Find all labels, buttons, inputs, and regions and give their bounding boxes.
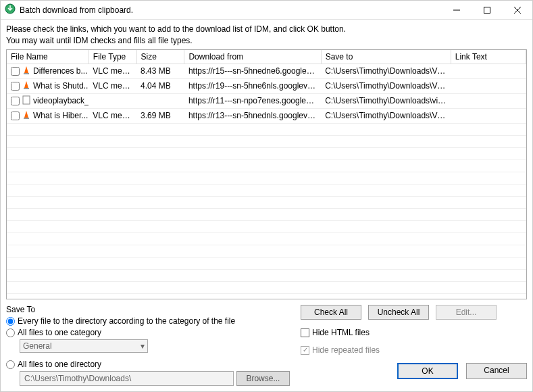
- table-row: [7, 123, 526, 135]
- col-header-save[interactable]: Save to: [321, 50, 451, 64]
- file-icon: [22, 95, 31, 107]
- row-checkbox[interactable]: [11, 67, 20, 76]
- cell-filename: What is Shutd...: [33, 81, 88, 91]
- radio-one-directory-label: All files to one directory: [18, 360, 101, 369]
- table-row: [7, 184, 526, 196]
- ok-button[interactable]: OK: [397, 363, 458, 379]
- cell-save-to: C:\Users\Timothy\Downloads\videop...: [321, 93, 451, 108]
- radio-one-category-label: All files to one category: [18, 328, 101, 337]
- maximize-button[interactable]: [472, 1, 502, 20]
- table-row: [7, 232, 526, 245]
- table-row: [7, 293, 526, 299]
- table-row: [7, 281, 526, 293]
- cell-link-text: [451, 108, 526, 123]
- cell-size: 3.69 MB: [136, 108, 184, 123]
- cell-download-from: https://r13---sn-5hnednls.googlevid...: [184, 108, 321, 123]
- svg-rect-9: [23, 96, 30, 104]
- browse-button[interactable]: Browse...: [236, 371, 290, 386]
- instruction-line-1: Please check the links, which you want t…: [6, 24, 527, 35]
- chevron-down-icon: ▾: [141, 341, 145, 351]
- radio-by-category-input[interactable]: [6, 317, 15, 326]
- table-row: [7, 257, 526, 269]
- cell-link-text: [451, 64, 526, 78]
- cell-filetype: VLC medi...: [88, 78, 136, 93]
- table-row: [7, 269, 526, 281]
- check-all-button[interactable]: Check All: [301, 305, 361, 320]
- instructions: Please check the links, which you want t…: [1, 20, 532, 49]
- table-row: [7, 220, 526, 232]
- col-header-name[interactable]: File Name: [7, 50, 88, 64]
- file-table[interactable]: File Name File Type Size Download from S…: [6, 49, 527, 299]
- cell-save-to: C:\Users\Timothy\Downloads\Video\...: [321, 64, 451, 78]
- cell-size: 8.43 MB: [136, 64, 184, 78]
- cell-save-to: C:\Users\Timothy\Downloads\Video\...: [321, 108, 451, 123]
- table-row: [7, 160, 526, 172]
- cancel-button[interactable]: Cancel: [466, 363, 527, 379]
- radio-one-category-input[interactable]: [6, 328, 15, 337]
- cell-size: 4.04 MB: [136, 78, 184, 93]
- save-to-label: Save To: [6, 305, 290, 314]
- close-button[interactable]: [502, 1, 532, 20]
- col-header-from[interactable]: Download from: [184, 50, 321, 64]
- hide-html-label: Hide HTML files: [312, 328, 370, 337]
- cell-download-from: https://r15---sn-5hnedne6.googlevi...: [184, 64, 321, 78]
- table-row: [7, 208, 526, 220]
- directory-path-input[interactable]: C:\Users\Timothy\Downloads\: [20, 371, 234, 386]
- table-header-row: File Name File Type Size Download from S…: [7, 50, 526, 64]
- table-row[interactable]: What is Shutd...VLC medi...4.04 MBhttps:…: [7, 78, 526, 93]
- cell-download-from: https://r11---sn-npo7enes.googlevi...: [184, 93, 321, 108]
- cell-link-text: [451, 78, 526, 93]
- svg-marker-7: [24, 81, 28, 88]
- bottom-panel: Save To Every file to the directory acco…: [1, 299, 532, 391]
- table-row[interactable]: Differences b...VLC medi...8.43 MBhttps:…: [7, 64, 526, 78]
- row-checkbox[interactable]: [11, 82, 20, 91]
- hide-html-row[interactable]: Hide HTML files: [301, 328, 527, 337]
- hide-html-checkbox[interactable]: [301, 328, 309, 337]
- hide-repeated-checkbox: ✓: [301, 346, 309, 355]
- table-row[interactable]: What is Hiber...VLC medi...3.69 MBhttps:…: [7, 108, 526, 123]
- cell-filename: videoplayback_3: [33, 96, 88, 105]
- row-checkbox[interactable]: [11, 97, 20, 105]
- file-icon: [22, 80, 31, 92]
- category-dropdown[interactable]: General ▾: [20, 339, 148, 353]
- col-header-type[interactable]: File Type: [88, 50, 136, 64]
- right-panel: Check All Uncheck All Edit... Hide HTML …: [301, 305, 527, 379]
- radio-one-directory[interactable]: All files to one directory: [6, 360, 290, 369]
- action-buttons: Check All Uncheck All Edit...: [301, 305, 527, 320]
- cell-filetype: [88, 93, 136, 108]
- file-icon: [22, 110, 31, 122]
- table-row: [7, 196, 526, 208]
- dialog-buttons: OK Cancel: [301, 363, 527, 379]
- svg-rect-2: [484, 7, 490, 13]
- svg-marker-10: [24, 111, 28, 118]
- window-title: Batch download from clipboard.: [20, 5, 441, 15]
- col-header-size[interactable]: Size: [136, 50, 184, 64]
- svg-marker-5: [24, 66, 28, 73]
- file-icon: [22, 66, 31, 77]
- app-icon: [5, 3, 16, 16]
- cell-filename: What is Hiber...: [33, 111, 88, 120]
- row-checkbox[interactable]: [11, 112, 20, 120]
- save-to-panel: Save To Every file to the directory acco…: [6, 305, 290, 386]
- svg-rect-11: [24, 118, 29, 119]
- cell-link-text: [451, 93, 526, 108]
- instruction-line-2: You may wait until IDM checks and fills …: [6, 35, 527, 47]
- titlebar: Batch download from clipboard.: [1, 1, 532, 20]
- cell-download-from: https://r19---sn-5hne6nls.googlevid...: [184, 78, 321, 93]
- radio-by-category[interactable]: Every file to the directory according to…: [6, 316, 290, 326]
- radio-one-category[interactable]: All files to one category: [6, 328, 290, 337]
- uncheck-all-button[interactable]: Uncheck All: [368, 305, 429, 320]
- table-row: [7, 147, 526, 160]
- col-header-link[interactable]: Link Text: [451, 50, 526, 64]
- table-row: [7, 135, 526, 147]
- edit-button[interactable]: Edit...: [436, 305, 497, 320]
- window-controls: [441, 1, 532, 20]
- cell-filename: Differences b...: [33, 66, 87, 76]
- radio-one-directory-input[interactable]: [6, 360, 15, 369]
- hide-repeated-label: Hide repeated files: [312, 345, 380, 355]
- table-row: [7, 172, 526, 184]
- table-row: [7, 245, 526, 257]
- table-row[interactable]: videoplayback_3https://r11---sn-npo7enes…: [7, 93, 526, 108]
- minimize-button[interactable]: [441, 1, 472, 20]
- cell-filetype: VLC medi...: [88, 64, 136, 78]
